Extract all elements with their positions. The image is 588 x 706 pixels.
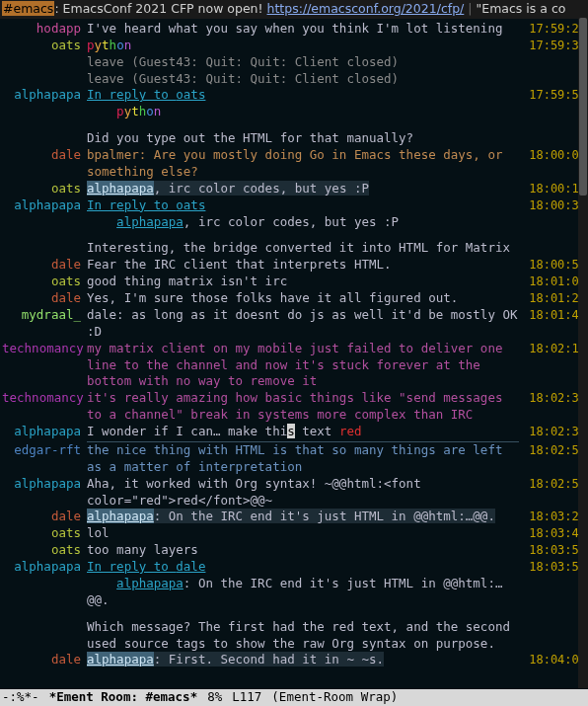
message-text: I've heard what you say when you think I… <box>87 21 523 38</box>
message-text: dale: as long as it doesnt do js as well… <box>87 307 523 341</box>
timestamp: 18:00:09 <box>523 147 586 163</box>
topic-quote: "Emacs is a co <box>476 1 565 16</box>
nick-dale[interactable]: dale <box>2 290 87 307</box>
message-text: In reply to oats python <box>87 87 523 120</box>
message-row: dale alphapapa: On the IRC end it's just… <box>0 509 588 525</box>
message-text: Fear the IRC client that interprets HTML… <box>87 257 523 274</box>
timestamp: 18:01:21 <box>523 290 586 306</box>
timestamp: 18:03:29 <box>523 509 586 524</box>
nick-oats[interactable]: oats <box>2 274 87 290</box>
message-text: good thing matrix isn't irc <box>87 274 523 290</box>
message-text: In reply to oats alphapapa, irc color co… <box>87 197 523 231</box>
message-row: Which message? The first had the red tex… <box>0 609 588 653</box>
nick-mydraal[interactable]: mydraal_ <box>2 307 87 324</box>
reply-link[interactable]: In reply to <box>87 197 176 212</box>
nick-hodapp[interactable]: hodapp <box>2 21 87 38</box>
message-row: oats python 17:59:31 <box>0 38 588 54</box>
scrollbar[interactable] <box>578 18 588 688</box>
nick-alphapapa[interactable]: alphapapa <box>2 559 87 576</box>
modeline-line: L117 <box>232 689 261 706</box>
modeline-percent: 8% <box>207 689 222 706</box>
mention-self[interactable]: alphapapa <box>87 181 154 196</box>
timestamp: 18:02:57 <box>523 476 586 492</box>
message-text: In reply to dale alphapapa: On the IRC e… <box>87 559 523 609</box>
nick-alphapapa[interactable]: alphapapa <box>2 424 87 440</box>
timestamp: 18:03:52 <box>523 542 586 558</box>
quoted-nick[interactable]: alphapapa <box>116 214 184 229</box>
nick-technomancy[interactable]: technomancy <box>2 390 87 407</box>
message-text: my matrix client on my mobile just faile… <box>87 341 523 391</box>
timestamp: 17:59:25 <box>523 21 586 37</box>
nick-dale[interactable]: dale <box>2 652 87 668</box>
nick-alphapapa[interactable]: alphapapa <box>2 87 87 104</box>
message-text: Yes, I'm sure those folks have it all fi… <box>87 290 523 307</box>
timestamp: 18:00:50 <box>523 257 586 273</box>
nick-oats[interactable]: oats <box>2 542 87 559</box>
message-text: it's really amazing how basic things lik… <box>87 390 523 424</box>
quoted-nick[interactable]: alphapapa <box>116 576 184 590</box>
message-row: dale Yes, I'm sure those folks have it a… <box>0 290 588 307</box>
compose-input[interactable]: I wonder if I can… make this text red <box>87 424 523 442</box>
timestamp: 18:00:19 <box>523 181 586 196</box>
message-row: mydraal_ dale: as long as it doesnt do j… <box>0 307 588 341</box>
message-row: dale bpalmer: Are you mostly doing Go in… <box>0 147 588 181</box>
nick-technomancy[interactable]: technomancy <box>2 341 87 357</box>
timestamp: 18:03:59 <box>523 559 586 575</box>
nick-dale[interactable]: dale <box>2 257 87 274</box>
message-row: dale alphapapa: First. Second had it in … <box>0 652 588 668</box>
message-row: technomancy it's really amazing how basi… <box>0 390 588 424</box>
nick-oats[interactable]: oats <box>2 181 87 197</box>
topic-link[interactable]: https://emacsconf.org/2021/cfp/ <box>267 1 465 16</box>
message-text: python <box>87 38 523 54</box>
message-text: alphapapa: First. Second had it in ~ ~s. <box>87 652 523 668</box>
timestamp: 18:02:35 <box>523 390 586 406</box>
nick-oats[interactable]: oats <box>2 525 87 542</box>
message-row: oats too many layers 18:03:52 <box>0 542 588 559</box>
message-row: hodapp I've heard what you say when you … <box>0 21 588 38</box>
message-row: oats alphapapa, irc color codes, but yes… <box>0 181 588 197</box>
nick-edgar-rft[interactable]: edgar-rft <box>2 442 87 459</box>
message-text: Which message? The first had the red tex… <box>87 609 523 653</box>
timestamp: 17:59:31 <box>523 38 586 53</box>
message-text: alphapapa, irc color codes, but yes :P <box>87 181 523 197</box>
reply-target[interactable]: oats <box>176 87 205 102</box>
scrollbar-thumb[interactable] <box>579 18 587 196</box>
timestamp: 18:01:44 <box>523 307 586 323</box>
message-row: edgar-rft the nice thing with HTML is th… <box>0 442 588 476</box>
message-row: oats lol 18:03:46 <box>0 525 588 542</box>
message-row: oats good thing matrix isn't irc 18:01:0… <box>0 274 588 290</box>
mention-self[interactable]: alphapapa <box>87 652 154 667</box>
server-message: leave (Guest43: Quit: Quit: Client close… <box>87 71 523 88</box>
nick-dale[interactable]: dale <box>2 509 87 525</box>
message-text: Did you type out the HTML for that manua… <box>87 120 523 147</box>
nick-oats[interactable]: oats <box>2 38 87 54</box>
mention-self[interactable]: alphapapa <box>87 509 154 523</box>
reply-target[interactable]: dale <box>176 559 205 574</box>
reply-link[interactable]: In reply to <box>87 559 176 574</box>
reply-target[interactable]: oats <box>176 197 205 212</box>
message-row: Interesting, the bridge converted it int… <box>0 230 588 257</box>
reply-link[interactable]: In reply to <box>87 87 176 102</box>
timestamp: 18:03:46 <box>523 525 586 541</box>
timestamp: 18:01:05 <box>523 274 586 289</box>
server-event: leave (Guest43: Quit: Quit: Client close… <box>0 54 588 71</box>
message-text: alphapapa: On the IRC end it's just HTML… <box>87 509 523 525</box>
message-text: too many layers <box>87 542 523 559</box>
buffer-name: *Ement Room: #emacs* <box>49 689 198 706</box>
timestamp: 18:02:55 <box>523 442 586 458</box>
nick-alphapapa[interactable]: alphapapa <box>2 197 87 214</box>
modeline-mode: (Ement-Room Wrap) <box>271 689 398 706</box>
channel-tag: #emacs <box>2 1 54 16</box>
message-row: alphapapa In reply to oats alphapapa, ir… <box>0 197 588 231</box>
nick-alphapapa[interactable]: alphapapa <box>2 476 87 493</box>
nick-dale[interactable]: dale <box>2 147 87 164</box>
message-row: alphapapa In reply to dale alphapapa: On… <box>0 559 588 609</box>
topic-text: EmacsConf 2021 CFP now open! <box>63 1 267 16</box>
message-text: lol <box>87 525 523 542</box>
message-row: alphapapa Aha, it worked with Org syntax… <box>0 476 588 510</box>
message-row: technomancy my matrix client on my mobil… <box>0 341 588 391</box>
window-title-bar: #emacs: EmacsConf 2021 CFP now open! htt… <box>0 0 588 19</box>
chat-log: hodapp I've heard what you say when you … <box>0 19 588 668</box>
timestamp: 17:59:58 <box>523 87 586 103</box>
timestamp: 18:02:18 <box>523 341 586 356</box>
